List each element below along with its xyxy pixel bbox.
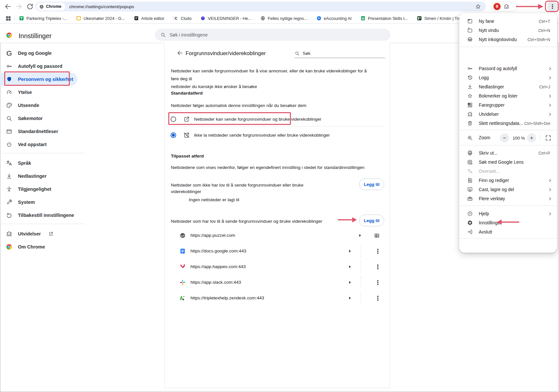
profile-extensions-pill[interactable]: 9 — [491, 2, 517, 11]
sidebar-item-standardnettleser[interactable]: Standardnettleser — [0, 125, 77, 138]
menu-item-nytt-inkognitovindu[interactable]: Nytt inkognitovinduCtrl+Shift+N — [459, 35, 557, 44]
menu-item-fanegrupper[interactable]: Fanegrupper — [459, 100, 557, 110]
bookmark-item[interactable]: Felles nyttige regns... — [260, 16, 308, 21]
profile-avatar[interactable]: 9 — [493, 3, 501, 10]
site-more-options-icon[interactable] — [375, 295, 381, 301]
fullscreen-icon[interactable] — [545, 135, 551, 141]
menu-item-skriv-ut-[interactable]: Skriv ut...Ctrl+P — [459, 148, 557, 158]
sidebar-item-ved-oppstart[interactable]: Ved oppstart — [0, 138, 77, 151]
chrome-logo-icon — [6, 244, 12, 250]
search-icon — [6, 115, 12, 122]
submenu-chevron-icon — [547, 196, 553, 202]
site-more-options-icon[interactable] — [375, 264, 381, 270]
sidebar-item-deg-og-google[interactable]: GDeg og Google — [0, 47, 77, 60]
bookmark-item[interactable]: VEILEDNINGER - He... — [200, 16, 251, 21]
site-row-separator — [361, 292, 361, 304]
bookmark-label: Ukesmøter 2024 - G... — [83, 16, 125, 21]
bookmark-item[interactable]: CCludo — [173, 16, 191, 21]
chrome-url-chip[interactable]: Chrome — [37, 3, 65, 10]
site-more-options-icon[interactable] — [375, 279, 381, 286]
site-more-options-icon[interactable] — [375, 248, 381, 254]
sidebar-item-spr-k[interactable]: Språk — [0, 157, 77, 170]
page-search-input[interactable]: Søk — [295, 49, 385, 58]
back-icon[interactable] — [4, 3, 12, 10]
settings-search-input[interactable]: Søk i innstillingene — [155, 29, 390, 41]
forward-icon[interactable] — [15, 3, 23, 10]
menu-item-nytt-vindu[interactable]: Nytt vinduCtrl+N — [459, 26, 557, 35]
zoom-in-button[interactable] — [527, 133, 536, 143]
expand-chevron-icon[interactable] — [347, 264, 353, 270]
bookmark-item[interactable]: Parkering Tripletex -... — [19, 16, 67, 21]
eaccounting-icon — [316, 16, 322, 21]
plus-icon — [529, 135, 534, 141]
menu-item-slett-nettlesingsdata-[interactable]: Slett nettlesingsdata...Ctrl+Shift+Del — [459, 119, 557, 128]
bookmark-item[interactable]: Presentation Skills t... — [360, 16, 408, 21]
menu-item-avslutt[interactable]: Avslutt — [459, 227, 557, 236]
expand-chevron-icon[interactable] — [347, 248, 353, 254]
find-icon — [467, 177, 473, 183]
g-letter-icon: G — [6, 50, 12, 56]
extensions-puzzle-icon[interactable] — [504, 4, 509, 9]
tripletex-icon — [19, 16, 24, 21]
apps-grid-icon[interactable] — [5, 15, 11, 22]
bookmark-label: Article editor — [141, 16, 164, 21]
zoom-value: 100 % — [510, 136, 528, 141]
sidebar-item-ytelse[interactable]: Ytelse — [0, 86, 77, 99]
bookmark-item[interactable]: Ukesmøter 2024 - G... — [76, 16, 125, 21]
sidebar-item-tilbakestill-innstillingene[interactable]: Tilbakestill innstillingene — [0, 209, 77, 222]
menu-shortcut: Ctrl+T — [539, 19, 550, 24]
menu-item-nedlastinger[interactable]: NedlastingerCtrl+J — [459, 82, 557, 91]
expand-chevron-icon[interactable] — [347, 295, 353, 301]
add-allowed-site-button[interactable]: Legg til — [359, 215, 384, 226]
default-behavior-heading: Standardatferd — [171, 91, 203, 96]
menu-item-cast-lagre-og-del[interactable]: Cast, lagre og del — [459, 185, 557, 194]
menu-divider — [459, 47, 557, 47]
expand-chevron-icon[interactable] — [347, 279, 353, 285]
external-link-icon — [48, 231, 53, 236]
radio-button[interactable] — [171, 132, 176, 138]
page-search-label: Søk — [303, 51, 310, 56]
bookmark-item[interactable]: Article editor — [134, 16, 164, 21]
sidebar-item-autofyll-og-passord[interactable]: Autofyll og passord — [0, 60, 77, 73]
menu-item-s-k-med-google-lens[interactable]: Søk med Google Lens — [459, 158, 557, 167]
chrome-chip-icon — [39, 4, 44, 9]
submenu-chevron-icon — [547, 178, 553, 183]
menu-item-finn-og-rediger[interactable]: Finn og rediger — [459, 176, 557, 185]
menu-item-oversett-: Oversett... — [459, 167, 557, 176]
sidebar-item-utvidelser[interactable]: Utvidelser — [0, 227, 77, 240]
zoom-out-button[interactable] — [500, 133, 509, 143]
sidebar-item-tilgjengelighet[interactable]: Tilgjengelighet — [0, 183, 77, 196]
svg-text:C: C — [175, 16, 177, 20]
menu-item-logg[interactable]: Logg — [459, 73, 557, 82]
expand-chevron-icon[interactable] — [357, 233, 363, 238]
bookmark-item[interactable]: eAccounting AI — [316, 16, 352, 21]
menu-item-utvidelser[interactable]: Utvidelser — [459, 110, 557, 119]
bookmark-label: Simen / Kristin | Trello — [424, 16, 465, 21]
annotation-arrow-to-menu-button — [516, 4, 544, 9]
reload-icon[interactable] — [26, 3, 34, 10]
radio-option[interactable]: Ikke la nettsteder sende forgrunnsvindue… — [165, 128, 390, 142]
sidebar-item-utseende[interactable]: Utseende — [0, 99, 77, 112]
sidebar-item-nedlastinger[interactable]: Nedlastinger — [0, 170, 77, 183]
submenu-chevron-icon — [547, 187, 553, 192]
sheet-icon — [360, 16, 366, 21]
bookmark-star-icon[interactable] — [475, 3, 481, 10]
bookmark-item[interactable]: Simen / Kristin | Trello — [417, 16, 465, 21]
menu-item-flere-verkt-y[interactable]: Flere verktøy — [459, 194, 557, 203]
back-arrow-icon[interactable] — [176, 50, 183, 56]
sidebar-divider — [0, 153, 85, 153]
tab-groups-icon — [467, 102, 473, 108]
menu-item-bokmerker-og-lister[interactable]: Bokmerker og lister — [459, 91, 557, 100]
menu-item-hjelp[interactable]: ?Hjelp — [459, 209, 557, 218]
menu-item-passord-og-autofyll[interactable]: Passord og autofyll — [459, 64, 557, 73]
sidebar-item-om-chrome[interactable]: Om Chrome — [0, 240, 77, 253]
sidebar-item-s-kemotor[interactable]: Søkemotor — [0, 112, 77, 125]
site-favicon-zendesk — [179, 295, 186, 301]
menu-item-ny-fane[interactable]: Ny faneCtrl+T — [459, 17, 557, 26]
embedded-content-icon[interactable] — [374, 233, 380, 239]
sidebar-item-system[interactable]: System — [0, 196, 77, 209]
zoom-icon — [467, 135, 473, 141]
svg-text:?: ? — [469, 212, 471, 215]
add-blocked-site-button[interactable]: Legg til — [359, 178, 384, 190]
address-bar[interactable]: Chrome chrome://settings/content/popups — [35, 2, 486, 11]
